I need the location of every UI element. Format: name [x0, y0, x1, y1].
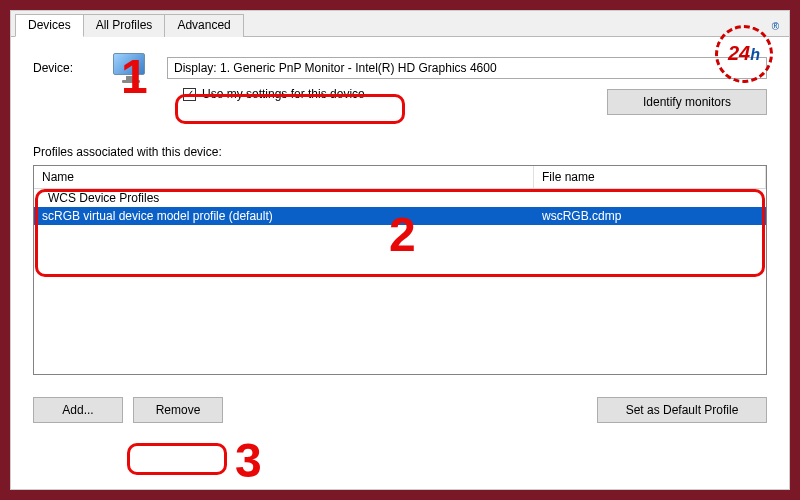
annotation-number-3: 3: [235, 433, 262, 488]
add-button[interactable]: Add...: [33, 397, 123, 423]
set-default-profile-button[interactable]: Set as Default Profile: [597, 397, 767, 423]
button-row: Add... Remove Set as Default Profile: [33, 397, 767, 423]
profile-list-header: Name File name: [34, 166, 766, 189]
profile-item-filename: wscRGB.cdmp: [534, 209, 766, 223]
device-label: Device:: [33, 61, 103, 75]
device-row: Device: Display: 1. Generic PnP Monitor …: [33, 53, 767, 83]
profile-item-name: scRGB virtual device model profile (defa…: [34, 209, 534, 223]
tab-all-profiles[interactable]: All Profiles: [83, 14, 166, 37]
identify-monitors-button[interactable]: Identify monitors: [607, 89, 767, 115]
tab-strip: Devices All Profiles Advanced: [11, 11, 789, 37]
tab-advanced[interactable]: Advanced: [164, 14, 243, 37]
column-header-filename[interactable]: File name: [534, 166, 766, 188]
annotation-box-3: [127, 443, 227, 475]
profile-group[interactable]: WCS Device Profiles: [34, 189, 766, 207]
tab-devices[interactable]: Devices: [15, 14, 84, 37]
remove-button[interactable]: Remove: [133, 397, 223, 423]
profile-list[interactable]: Name File name WCS Device Profiles scRGB…: [33, 165, 767, 375]
monitor-icon: [113, 53, 149, 83]
column-header-name[interactable]: Name: [34, 166, 534, 188]
tab-content: Device: Display: 1. Generic PnP Monitor …: [11, 37, 789, 441]
use-my-settings-label: Use my settings for this device: [202, 87, 365, 101]
profiles-section-label: Profiles associated with this device:: [33, 145, 767, 159]
device-dropdown[interactable]: Display: 1. Generic PnP Monitor - Intel(…: [167, 57, 767, 79]
profile-list-body: WCS Device Profiles scRGB virtual device…: [34, 189, 766, 225]
checkbox-checked-icon: ✓: [183, 88, 196, 101]
profile-item[interactable]: scRGB virtual device model profile (defa…: [34, 207, 766, 225]
color-management-dialog: Devices All Profiles Advanced Device: Di…: [10, 10, 790, 490]
